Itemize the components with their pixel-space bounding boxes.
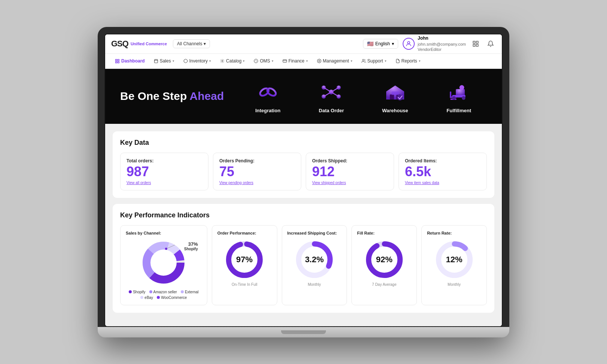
fill-rate-subtitle: 7 Day Average <box>372 282 396 287</box>
pie-label: Shopify <box>184 247 198 251</box>
shipping-cost-card: Increased Shipping Cost: 3.2% Monthly <box>282 225 347 305</box>
order-perf-value: 97% <box>236 255 253 264</box>
nav-catalog[interactable]: Catalog ▾ <box>216 57 248 65</box>
hero-dataorder[interactable]: Data Order <box>318 79 344 113</box>
chevron-down-icon: ▾ <box>204 41 206 46</box>
fulfillment-icon <box>446 79 472 105</box>
main-content: Key Data Total orders: 987 View all orde… <box>105 124 502 326</box>
hero-icons: Integration <box>240 79 487 113</box>
logo-brand: Unified Commerce <box>131 42 167 46</box>
chevron-down-icon: ▾ <box>209 59 211 63</box>
language-selector[interactable]: 🇺🇸 English ▾ <box>363 39 398 49</box>
total-orders-link[interactable]: View all orders <box>126 181 202 185</box>
legend-shopify: Shopify <box>129 290 145 294</box>
user-role: VendorEditor <box>418 47 466 52</box>
shipping-cost-title: Increased Shipping Cost: <box>287 231 337 235</box>
nav-support[interactable]: Support ▾ <box>358 57 390 65</box>
chevron-down-icon: ▾ <box>173 59 174 63</box>
hero-warehouse[interactable]: Warehouse <box>382 79 408 113</box>
return-rate-card: Return Rate: 12% Monthly <box>421 225 487 305</box>
svg-rect-1 <box>473 41 475 43</box>
legend-external: External <box>181 290 199 294</box>
nav-catalog-label: Catalog <box>226 58 241 64</box>
chevron-down-icon: ▾ <box>385 59 387 63</box>
pie-legend: Shopify Amazon seller External <box>126 290 202 300</box>
shipping-cost-subtitle: Monthly <box>308 282 321 287</box>
pie-pct: 37% <box>184 241 198 247</box>
svg-rect-5 <box>116 59 117 61</box>
fulfillment-label: Fulfillment <box>446 108 471 113</box>
nav-inventory[interactable]: Inventory ▾ <box>180 57 215 65</box>
laptop-base <box>98 327 509 337</box>
chevron-down-icon: ▾ <box>392 41 394 46</box>
nav-management[interactable]: Management ▾ <box>313 57 356 65</box>
main-navigation: Dashboard Sales ▾ Inventory ▾ Catalog ▾ … <box>105 54 502 69</box>
svg-point-18 <box>362 59 364 61</box>
laptop-notch <box>281 330 326 334</box>
orders-pending-value: 75 <box>219 165 295 178</box>
hero-fulfillment[interactable]: Fulfillment <box>446 79 472 113</box>
top-navigation: GSQ Unified Commerce All Channels ▾ 🇺🇸 E… <box>105 34 502 54</box>
shipping-cost-value: 3.2% <box>305 255 324 264</box>
orders-pending-label: Orders Pending: <box>219 158 295 163</box>
hero-integration[interactable]: Integration <box>255 79 281 113</box>
orders-shipped-value: 912 <box>312 165 388 178</box>
legend-dot <box>157 296 160 299</box>
svg-point-40 <box>462 96 466 100</box>
svg-point-50 <box>165 248 167 250</box>
avatar <box>403 38 415 50</box>
nav-management-label: Management <box>323 58 349 64</box>
key-data-section: Key Data Total orders: 987 View all orde… <box>113 131 494 198</box>
svg-rect-30 <box>390 94 394 100</box>
apps-icon[interactable] <box>470 39 481 49</box>
legend-label: eBay <box>144 296 153 300</box>
nav-sales-label: Sales <box>160 58 171 64</box>
bell-icon[interactable] <box>485 39 496 49</box>
lang-label: English <box>375 41 390 46</box>
nav-sales[interactable]: Sales ▾ <box>150 57 178 65</box>
nav-dashboard[interactable]: Dashboard <box>111 57 149 65</box>
legend-dot <box>140 296 143 299</box>
dataorder-icon <box>318 79 344 105</box>
user-name: John <box>418 36 466 42</box>
return-rate-value: 12% <box>446 255 463 264</box>
fill-rate-donut: 92% <box>364 239 405 280</box>
chevron-down-icon: ▾ <box>351 59 353 63</box>
warehouse-icon <box>382 79 408 105</box>
legend-dot <box>149 290 152 293</box>
orders-pending-link[interactable]: View pending orders <box>219 181 295 185</box>
legend-amazon: Amazon seller <box>149 290 177 294</box>
order-perf-donut: 97% <box>224 239 265 280</box>
hero-title: Be One Step Ahead <box>120 89 240 103</box>
integration-label: Integration <box>255 108 280 113</box>
sales-by-channel-title: Sales by Channel: <box>126 231 202 235</box>
nav-reports[interactable]: Reports ▾ <box>392 57 424 65</box>
shipping-cost-donut: 3.2% <box>294 239 335 280</box>
chevron-down-icon: ▾ <box>272 59 274 63</box>
channel-selector[interactable]: All Channels ▾ <box>173 39 210 48</box>
return-rate-subtitle: Monthly <box>448 282 461 287</box>
svg-rect-32 <box>391 91 399 95</box>
order-perf-subtitle: On-Time In Full <box>232 282 257 287</box>
user-info: John john.smith@company.com VendorEditor <box>403 36 466 52</box>
nav-finance[interactable]: Finance ▾ <box>279 57 312 65</box>
svg-rect-4 <box>476 45 478 46</box>
orders-shipped-card: Orders Shipped: 912 View shipped orders <box>306 153 394 190</box>
svg-rect-3 <box>473 45 475 46</box>
legend-label: Shopify <box>133 290 145 294</box>
orders-shipped-link[interactable]: View shipped orders <box>312 181 388 185</box>
nav-reports-label: Reports <box>402 58 417 64</box>
svg-rect-7 <box>118 61 119 63</box>
key-data-title: Key Data <box>120 139 487 147</box>
nav-oms[interactable]: OMS ▾ <box>250 57 277 65</box>
chevron-down-icon: ▾ <box>306 59 308 63</box>
ordered-items-link[interactable]: View item sales data <box>405 181 481 185</box>
total-orders-value: 987 <box>126 165 202 178</box>
channel-label: All Channels <box>177 41 202 46</box>
chevron-down-icon: ▾ <box>243 59 245 63</box>
sales-by-channel-card: Sales by Channel: 37% Shopify <box>120 225 207 305</box>
legend-dot <box>181 290 184 293</box>
dataorder-label: Data Order <box>319 108 344 113</box>
svg-point-13 <box>222 61 223 62</box>
svg-line-27 <box>331 88 339 92</box>
